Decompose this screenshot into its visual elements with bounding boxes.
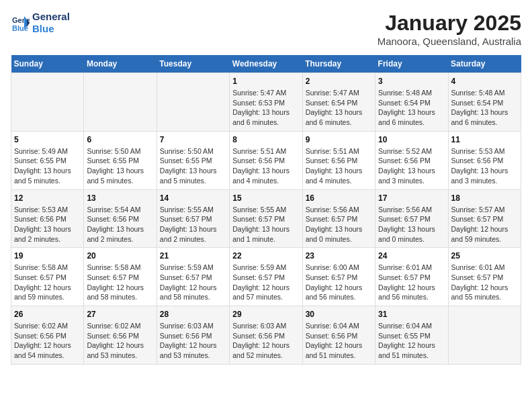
month-year-title: January 2025 xyxy=(378,11,521,36)
day-info: Sunrise: 6:02 AM Sunset: 6:56 PM Dayligh… xyxy=(14,321,81,361)
day-number: 26 xyxy=(14,310,81,319)
calendar-cell: 4Sunrise: 5:48 AM Sunset: 6:54 PM Daylig… xyxy=(448,73,521,132)
calendar-cell: 20Sunrise: 5:58 AM Sunset: 6:57 PM Dayli… xyxy=(84,248,157,306)
weekday-header-tuesday: Tuesday xyxy=(157,55,229,73)
calendar-cell: 22Sunrise: 5:59 AM Sunset: 6:57 PM Dayli… xyxy=(230,248,302,306)
day-number: 20 xyxy=(87,251,153,261)
page-header: General Blue General Blue January 2025 M… xyxy=(11,11,521,47)
calendar-week-row: 5Sunrise: 5:49 AM Sunset: 6:55 PM Daylig… xyxy=(11,131,521,189)
day-info: Sunrise: 6:03 AM Sunset: 6:56 PM Dayligh… xyxy=(232,321,299,361)
calendar-cell: 11Sunrise: 5:53 AM Sunset: 6:56 PM Dayli… xyxy=(448,131,521,189)
day-info: Sunrise: 5:47 AM Sunset: 6:54 PM Dayligh… xyxy=(306,88,372,128)
calendar-cell: 12Sunrise: 5:53 AM Sunset: 6:56 PM Dayli… xyxy=(11,189,84,248)
day-info: Sunrise: 5:59 AM Sunset: 6:57 PM Dayligh… xyxy=(232,263,299,302)
day-number: 17 xyxy=(378,193,445,203)
calendar-cell: 7Sunrise: 5:50 AM Sunset: 6:55 PM Daylig… xyxy=(157,131,229,189)
calendar-cell xyxy=(84,73,157,132)
day-number: 8 xyxy=(232,135,299,144)
day-info: Sunrise: 5:50 AM Sunset: 6:55 PM Dayligh… xyxy=(160,146,226,186)
weekday-header-thursday: Thursday xyxy=(302,55,375,73)
day-number: 25 xyxy=(451,251,518,261)
calendar-cell: 9Sunrise: 5:51 AM Sunset: 6:56 PM Daylig… xyxy=(302,131,375,189)
calendar-cell: 23Sunrise: 6:00 AM Sunset: 6:57 PM Dayli… xyxy=(302,248,375,306)
calendar-cell: 3Sunrise: 5:48 AM Sunset: 6:54 PM Daylig… xyxy=(375,73,448,132)
weekday-header-sunday: Sunday xyxy=(11,55,84,73)
calendar-cell xyxy=(11,73,84,132)
calendar-cell: 21Sunrise: 5:59 AM Sunset: 6:57 PM Dayli… xyxy=(157,248,229,306)
day-number: 10 xyxy=(378,135,445,144)
day-number: 22 xyxy=(232,251,299,261)
day-info: Sunrise: 5:50 AM Sunset: 6:55 PM Dayligh… xyxy=(87,146,153,186)
day-info: Sunrise: 6:04 AM Sunset: 6:56 PM Dayligh… xyxy=(306,321,372,361)
day-info: Sunrise: 5:59 AM Sunset: 6:57 PM Dayligh… xyxy=(160,263,226,302)
calendar-cell: 25Sunrise: 6:01 AM Sunset: 6:57 PM Dayli… xyxy=(448,248,521,306)
calendar-cell: 26Sunrise: 6:02 AM Sunset: 6:56 PM Dayli… xyxy=(11,306,84,365)
day-number: 11 xyxy=(451,135,518,144)
day-number: 12 xyxy=(14,193,81,203)
calendar-cell: 17Sunrise: 5:56 AM Sunset: 6:57 PM Dayli… xyxy=(375,189,448,248)
day-info: Sunrise: 5:49 AM Sunset: 6:55 PM Dayligh… xyxy=(14,146,81,186)
day-info: Sunrise: 5:57 AM Sunset: 6:57 PM Dayligh… xyxy=(451,205,518,244)
calendar-cell xyxy=(448,306,521,365)
day-number: 27 xyxy=(87,310,153,319)
calendar-week-row: 19Sunrise: 5:58 AM Sunset: 6:57 PM Dayli… xyxy=(11,248,521,306)
weekday-header-monday: Monday xyxy=(84,55,157,73)
day-info: Sunrise: 5:58 AM Sunset: 6:57 PM Dayligh… xyxy=(14,263,81,302)
calendar-cell: 19Sunrise: 5:58 AM Sunset: 6:57 PM Dayli… xyxy=(11,248,84,306)
calendar-cell: 15Sunrise: 5:55 AM Sunset: 6:57 PM Dayli… xyxy=(230,189,302,248)
day-info: Sunrise: 5:51 AM Sunset: 6:56 PM Dayligh… xyxy=(232,146,299,186)
calendar-cell: 29Sunrise: 6:03 AM Sunset: 6:56 PM Dayli… xyxy=(230,306,302,365)
day-number: 3 xyxy=(378,77,445,86)
day-number: 23 xyxy=(306,251,372,261)
day-number: 18 xyxy=(451,193,518,203)
day-info: Sunrise: 5:51 AM Sunset: 6:56 PM Dayligh… xyxy=(306,146,372,186)
weekday-header-saturday: Saturday xyxy=(448,55,521,73)
logo-icon: General Blue xyxy=(11,13,30,32)
day-info: Sunrise: 5:48 AM Sunset: 6:54 PM Dayligh… xyxy=(451,88,518,128)
day-number: 9 xyxy=(306,135,372,144)
day-info: Sunrise: 5:53 AM Sunset: 6:56 PM Dayligh… xyxy=(451,146,518,186)
calendar-table: SundayMondayTuesdayWednesdayThursdayFrid… xyxy=(11,55,521,365)
day-number: 1 xyxy=(232,77,299,86)
day-info: Sunrise: 6:01 AM Sunset: 6:57 PM Dayligh… xyxy=(378,263,445,302)
day-number: 16 xyxy=(306,193,372,203)
day-info: Sunrise: 5:53 AM Sunset: 6:56 PM Dayligh… xyxy=(14,205,81,244)
day-info: Sunrise: 6:00 AM Sunset: 6:57 PM Dayligh… xyxy=(306,263,372,302)
calendar-cell: 18Sunrise: 5:57 AM Sunset: 6:57 PM Dayli… xyxy=(448,189,521,248)
calendar-cell: 24Sunrise: 6:01 AM Sunset: 6:57 PM Dayli… xyxy=(375,248,448,306)
calendar-cell: 10Sunrise: 5:52 AM Sunset: 6:56 PM Dayli… xyxy=(375,131,448,189)
day-number: 19 xyxy=(14,251,81,261)
day-info: Sunrise: 5:54 AM Sunset: 6:56 PM Dayligh… xyxy=(87,205,153,244)
day-number: 21 xyxy=(160,251,226,261)
calendar-cell: 13Sunrise: 5:54 AM Sunset: 6:56 PM Dayli… xyxy=(84,189,157,248)
day-info: Sunrise: 5:48 AM Sunset: 6:54 PM Dayligh… xyxy=(378,88,445,128)
calendar-cell: 5Sunrise: 5:49 AM Sunset: 6:55 PM Daylig… xyxy=(11,131,84,189)
day-number: 29 xyxy=(232,310,299,319)
logo-general: General xyxy=(32,11,70,23)
calendar-cell: 30Sunrise: 6:04 AM Sunset: 6:56 PM Dayli… xyxy=(302,306,375,365)
weekday-header-friday: Friday xyxy=(375,55,448,73)
calendar-week-row: 1Sunrise: 5:47 AM Sunset: 6:53 PM Daylig… xyxy=(11,73,521,132)
day-number: 28 xyxy=(160,310,226,319)
calendar-cell: 1Sunrise: 5:47 AM Sunset: 6:53 PM Daylig… xyxy=(230,73,302,132)
calendar-cell: 31Sunrise: 6:04 AM Sunset: 6:55 PM Dayli… xyxy=(375,306,448,365)
calendar-cell xyxy=(157,73,229,132)
day-info: Sunrise: 6:02 AM Sunset: 6:56 PM Dayligh… xyxy=(87,321,153,361)
day-info: Sunrise: 6:01 AM Sunset: 6:57 PM Dayligh… xyxy=(451,263,518,302)
calendar-cell: 27Sunrise: 6:02 AM Sunset: 6:56 PM Dayli… xyxy=(84,306,157,365)
day-number: 14 xyxy=(160,193,226,203)
day-number: 13 xyxy=(87,193,153,203)
calendar-cell: 6Sunrise: 5:50 AM Sunset: 6:55 PM Daylig… xyxy=(84,131,157,189)
day-info: Sunrise: 5:55 AM Sunset: 6:57 PM Dayligh… xyxy=(232,205,299,244)
day-number: 6 xyxy=(87,135,153,144)
calendar-cell: 14Sunrise: 5:55 AM Sunset: 6:57 PM Dayli… xyxy=(157,189,229,248)
calendar-cell: 28Sunrise: 6:03 AM Sunset: 6:56 PM Dayli… xyxy=(157,306,229,365)
day-number: 30 xyxy=(306,310,372,319)
title-block: January 2025 Manoora, Queensland, Austra… xyxy=(378,11,521,47)
day-number: 2 xyxy=(306,77,372,86)
day-number: 31 xyxy=(378,310,445,319)
day-number: 4 xyxy=(451,77,518,86)
calendar-week-row: 12Sunrise: 5:53 AM Sunset: 6:56 PM Dayli… xyxy=(11,189,521,248)
calendar-cell: 8Sunrise: 5:51 AM Sunset: 6:56 PM Daylig… xyxy=(230,131,302,189)
location-subtitle: Manoora, Queensland, Australia xyxy=(378,36,521,47)
